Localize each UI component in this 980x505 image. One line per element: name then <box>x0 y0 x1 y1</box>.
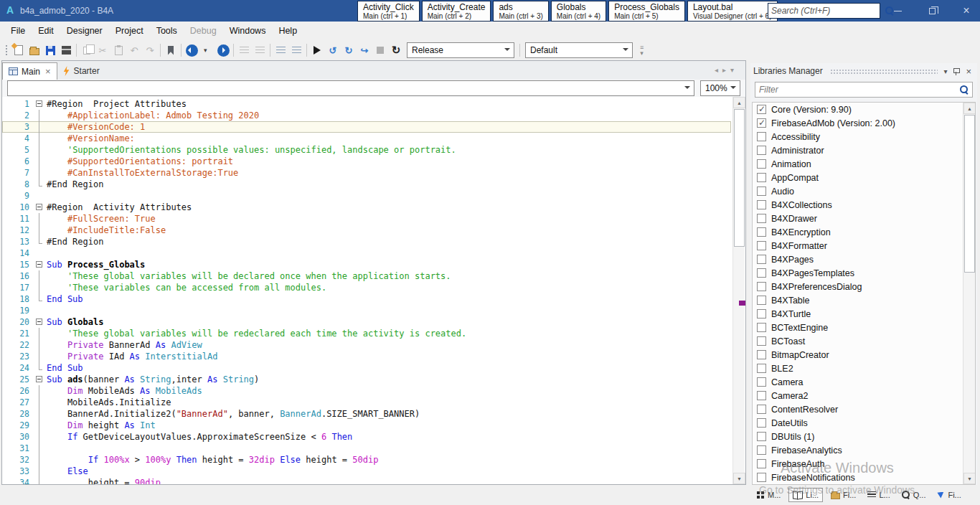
filter-config-select[interactable]: Default <box>525 42 633 58</box>
library-checkbox[interactable] <box>757 132 766 141</box>
new-project-icon[interactable] <box>11 42 27 58</box>
library-checkbox[interactable] <box>757 350 766 359</box>
library-checkbox[interactable] <box>757 241 766 250</box>
dock-tab-libraries[interactable]: Li... <box>788 488 823 502</box>
scroll-up-button[interactable]: ▲ <box>963 103 976 114</box>
module-tab-layout.bal[interactable]: Layout.balVisual Designer (ctrl + 6) <box>687 1 778 22</box>
library-item[interactable]: B4XFormatter <box>753 239 975 252</box>
code-line[interactable]: 12 #IncludeTitle:False <box>2 225 731 236</box>
code-line[interactable]: 27 MobileAds.Initialize <box>2 397 731 408</box>
library-item[interactable]: Administrator <box>753 143 975 157</box>
menu-help[interactable]: Help <box>272 23 303 39</box>
comment-icon[interactable] <box>273 42 288 58</box>
library-checkbox[interactable] <box>757 282 766 291</box>
library-checkbox[interactable] <box>757 214 766 223</box>
vertical-scrollbar-thumb[interactable] <box>734 109 745 247</box>
library-item[interactable]: BCToast <box>753 334 975 348</box>
code-line[interactable]: 20Sub Globals <box>2 316 731 328</box>
code-line[interactable]: 13#End Region <box>2 236 731 247</box>
code-line[interactable]: 23 Private IAd As InterstitialAd <box>2 351 731 362</box>
pin-icon[interactable] <box>953 67 959 75</box>
search-input[interactable] <box>768 6 885 16</box>
fold-collapse-icon[interactable] <box>36 204 42 210</box>
code-line[interactable]: 5 'SupportedOrientations possible values… <box>2 144 731 156</box>
fold-collapse-icon[interactable] <box>36 100 42 107</box>
library-checkbox[interactable] <box>757 473 766 482</box>
scroll-up-button[interactable]: ▲ <box>733 97 745 108</box>
library-filter-input[interactable] <box>755 85 960 95</box>
library-item[interactable]: B4XEncryption <box>753 225 975 239</box>
library-checkbox[interactable] <box>757 432 766 441</box>
close-button[interactable]: × <box>950 0 980 22</box>
dock-tab-find[interactable]: Fi... <box>933 489 964 501</box>
library-filter-box[interactable] <box>755 82 973 98</box>
fold-collapse-icon[interactable] <box>36 261 42 268</box>
library-item[interactable]: BitmapCreator <box>753 348 975 362</box>
code-line[interactable]: 22 Private BannerAd As AdView <box>2 339 731 351</box>
library-item[interactable]: B4XCollections <box>753 198 975 212</box>
code-line[interactable]: 8#End Region <box>2 179 731 190</box>
toolbar-overflow-button[interactable]: ≡▾ <box>640 44 644 56</box>
tab-scroll-arrows[interactable]: ◂▸▾ <box>715 66 738 74</box>
panel-menu-icon[interactable]: ▾ <box>943 67 947 75</box>
library-checkbox[interactable] <box>757 418 766 428</box>
panel-drag-grip[interactable] <box>830 69 938 74</box>
maximize-button[interactable] <box>915 0 948 22</box>
editor-tab-main[interactable]: Main× <box>2 62 57 80</box>
dock-tab-logs[interactable]: L... <box>864 489 893 501</box>
library-item[interactable]: Core (Version: 9.90) <box>753 103 975 116</box>
code-line[interactable]: 17 'These variables can be accessed from… <box>2 282 731 293</box>
dock-tab-quick-search[interactable]: Q... <box>898 489 930 501</box>
code-line[interactable]: 32 If 100%x > 100%y Then height = 32dip … <box>2 454 731 466</box>
library-checkbox[interactable] <box>757 255 766 264</box>
module-tab-activity_create[interactable]: Activity_CreateMain (ctrl + 2) <box>422 1 491 22</box>
panel-close-icon[interactable]: × <box>966 66 971 77</box>
code-line[interactable]: 25Sub ads(banner As String,inter As Stri… <box>2 374 731 385</box>
library-item[interactable]: FirebaseAdMob (Version: 2.00) <box>753 116 975 130</box>
code-line[interactable]: 21 'These global variables will be redec… <box>2 328 731 339</box>
library-checkbox[interactable] <box>757 377 766 387</box>
menu-project[interactable]: Project <box>109 23 150 39</box>
fold-marker[interactable] <box>35 316 47 328</box>
library-checkbox[interactable] <box>757 364 766 373</box>
search-box[interactable] <box>768 3 880 19</box>
fold-marker[interactable] <box>35 98 47 110</box>
library-item[interactable]: Camera2 <box>753 389 975 402</box>
library-item[interactable]: AppCompat <box>753 171 975 184</box>
library-item[interactable]: B4XPreferencesDialog <box>753 280 975 293</box>
code-line[interactable]: 9 <box>2 190 731 202</box>
navigate-forward-icon[interactable] <box>215 42 231 58</box>
menu-edit[interactable]: Edit <box>32 23 60 39</box>
library-checkbox[interactable] <box>757 105 766 114</box>
menu-tools[interactable]: Tools <box>150 23 184 39</box>
code-line[interactable]: 31 <box>2 443 731 454</box>
code-line[interactable]: 29 Dim height As Int <box>2 420 731 431</box>
code-line[interactable]: 18End Sub <box>2 293 731 305</box>
code-line[interactable]: 26 Dim MobileAds As MobileAds <box>2 385 731 397</box>
dock-tab-modules[interactable]: M... <box>753 489 784 501</box>
member-navigator-select[interactable] <box>7 80 694 96</box>
library-checkbox[interactable] <box>757 173 766 182</box>
code-line[interactable]: 15Sub Process_Globals <box>2 259 731 270</box>
library-item[interactable]: Audio <box>753 184 975 198</box>
code-line[interactable]: 10#Region Activity Attributes <box>2 202 731 213</box>
library-checkbox[interactable] <box>757 296 766 305</box>
save-icon[interactable] <box>42 42 58 58</box>
library-item[interactable]: B4XDrawer <box>753 212 975 225</box>
library-item[interactable]: Camera <box>753 375 975 389</box>
code-line[interactable]: 7 #CanInstallToExternalStorage:True <box>2 167 731 179</box>
library-checkbox[interactable] <box>757 445 766 455</box>
library-checkbox[interactable] <box>757 336 766 346</box>
library-checkbox[interactable] <box>757 200 766 209</box>
code-line[interactable]: 6 #SupportedOrientations: portrait <box>2 156 731 167</box>
module-tab-globals[interactable]: GlobalsMain (ctrl + 4) <box>551 1 606 22</box>
code-area[interactable]: 1#Region Project Attributes2 #Applicatio… <box>2 97 745 484</box>
menu-debug[interactable]: Debug <box>184 23 223 39</box>
library-item[interactable]: ContentResolver <box>753 402 975 416</box>
code-line[interactable]: 2 #ApplicationLabel: Admob Testing 2020 <box>2 110 731 121</box>
bookmark-icon[interactable] <box>163 42 179 58</box>
library-checkbox[interactable] <box>757 118 766 128</box>
library-checkbox[interactable] <box>757 268 766 278</box>
library-checkbox[interactable] <box>757 159 766 169</box>
code-line[interactable]: 33 Else <box>2 466 731 477</box>
